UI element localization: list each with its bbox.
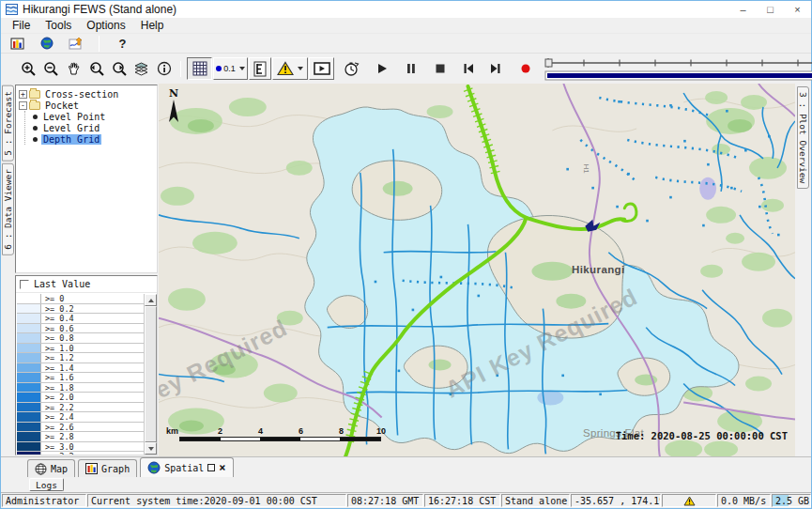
legend-color-swatch xyxy=(17,412,41,422)
timeseries-edit-button[interactable] xyxy=(65,32,86,54)
menu-help[interactable]: Help xyxy=(133,19,172,32)
tree-item-label: Cross-section xyxy=(43,89,120,100)
play-icon xyxy=(376,63,388,74)
timeline-slider[interactable] xyxy=(544,55,812,82)
minimize-button[interactable]: – xyxy=(729,1,757,18)
tab-plot-overview[interactable]: 3 : Plot Overview xyxy=(797,86,809,189)
stop-button[interactable] xyxy=(429,57,451,80)
legend-row-label: >= 3.2 xyxy=(41,452,144,455)
legend-row: >= 0.2 xyxy=(17,304,144,315)
legend-row: >= 0.4 xyxy=(17,314,144,324)
menu-file[interactable]: File xyxy=(5,19,38,32)
legend-color-swatch xyxy=(17,442,41,452)
last-value-checkbox[interactable] xyxy=(20,280,29,289)
tree-item-level-grid[interactable]: Level Grid xyxy=(29,122,155,133)
tab-forecast[interactable]: 5 : Forecast xyxy=(2,85,14,162)
record-button[interactable] xyxy=(514,57,536,80)
map-globe-icon xyxy=(35,463,47,475)
title-bar[interactable]: Hikurangi FEWS (Stand alone) – □ × xyxy=(1,1,811,18)
menu-options[interactable]: Options xyxy=(79,19,132,32)
pan-button[interactable] xyxy=(63,57,84,80)
legend-row-label: >= 1.8 xyxy=(41,383,144,393)
spatial-globe-icon xyxy=(147,461,161,474)
float-panel-icon[interactable] xyxy=(207,464,215,471)
threshold-value: 0.1 xyxy=(223,64,236,73)
status-system-time: Current system time:2020-09-01 00:00 CST xyxy=(87,494,346,507)
graph-bars-icon xyxy=(85,463,98,474)
pause-button[interactable] xyxy=(400,57,421,80)
scroll-up-icon[interactable] xyxy=(145,294,157,306)
legend-row: >= 2.8 xyxy=(17,432,144,442)
timer-button[interactable] xyxy=(341,57,362,80)
status-gmt-time: 08:27:18 GMT xyxy=(347,494,423,507)
expand-icon[interactable]: + xyxy=(19,90,27,99)
play-button[interactable] xyxy=(371,57,392,80)
profile-icon xyxy=(253,61,267,77)
status-local-time: 16:27:18 CST xyxy=(424,494,500,507)
legend-row: >= 0.6 xyxy=(17,324,144,334)
map-canvas[interactable]: N API Key Required API Key Required Hiku… xyxy=(159,84,795,456)
layers-button[interactable] xyxy=(130,57,152,80)
stop-icon xyxy=(436,64,445,73)
tree-item-pocket[interactable]: - Pocket xyxy=(18,100,155,111)
status-coordinates: -35.657 , 174.199 xyxy=(571,494,661,507)
database-display-button[interactable] xyxy=(7,32,28,54)
tab-map-label: Map xyxy=(51,464,68,474)
legend-scrollbar[interactable] xyxy=(144,294,157,455)
chevron-down-icon xyxy=(239,67,245,70)
scrollbar-thumb[interactable] xyxy=(145,306,157,442)
record-icon xyxy=(520,63,531,74)
zoom-in-button[interactable] xyxy=(18,57,39,80)
maximize-button[interactable]: □ xyxy=(757,1,784,18)
legend-color-swatch xyxy=(17,363,41,373)
legend-color-swatch xyxy=(17,423,41,432)
step-forward-button[interactable] xyxy=(484,57,506,80)
menu-tools[interactable]: Tools xyxy=(38,19,79,32)
legend-color-swatch xyxy=(17,432,41,441)
map-toolbar: 0.1 xyxy=(1,53,811,84)
longitudinal-profile-button[interactable] xyxy=(249,57,271,80)
legend-row-label: >= 0.8 xyxy=(41,333,144,343)
legend-row-label: >= 2.6 xyxy=(41,423,144,432)
spatial-display-button[interactable] xyxy=(36,32,57,54)
zoom-out-icon xyxy=(43,61,59,77)
animation-button[interactable] xyxy=(309,57,334,80)
legend-row: >= 0.8 xyxy=(17,333,144,344)
tab-data-viewer[interactable]: 6 : Data Viewer xyxy=(2,163,14,255)
tree-item-level-point[interactable]: Level Point xyxy=(29,111,155,122)
collapse-icon[interactable]: - xyxy=(19,101,27,110)
status-warning-cell[interactable] xyxy=(662,494,716,507)
tree-item-depth-grid[interactable]: Depth Grid xyxy=(29,133,155,145)
legend-color-swatch xyxy=(17,314,41,323)
threshold-dropdown-button[interactable]: 0.1 xyxy=(213,57,248,80)
legend-row-label: >= 1.2 xyxy=(41,353,144,362)
tab-spatial[interactable]: Spatial × xyxy=(140,457,233,477)
legend-row-label: >= 2.4 xyxy=(41,412,144,422)
tab-map[interactable]: Map xyxy=(27,459,75,477)
legend-color-swatch xyxy=(17,324,41,333)
node-bullet-icon xyxy=(33,126,38,131)
info-button[interactable] xyxy=(153,57,175,80)
step-backward-button[interactable] xyxy=(457,57,479,80)
zoom-out-button[interactable] xyxy=(40,57,62,80)
layer-tree[interactable]: + Cross-section - Pocket Level Point xyxy=(15,85,158,273)
zoom-previous-button[interactable] xyxy=(85,57,107,80)
zoom-previous-icon xyxy=(88,61,105,77)
grid-display-button[interactable] xyxy=(187,57,212,80)
grid-icon xyxy=(192,61,207,76)
scroll-down-icon[interactable] xyxy=(145,442,157,455)
zoom-next-button[interactable] xyxy=(108,57,130,80)
status-bar: Administrator Current system time:2020-0… xyxy=(1,492,811,508)
tree-item-cross-section[interactable]: + Cross-section xyxy=(18,88,155,100)
close-tab-icon[interactable]: × xyxy=(219,463,225,472)
logs-button[interactable]: Logs xyxy=(29,478,64,491)
help-button[interactable]: ? xyxy=(112,32,133,54)
warnings-dropdown-button[interactable] xyxy=(272,57,308,80)
close-button[interactable]: × xyxy=(784,1,811,18)
status-user: Administrator xyxy=(2,494,86,507)
tree-item-label: Level Grid xyxy=(41,123,101,133)
legend-row-label: >= 3.0 xyxy=(41,442,144,452)
tab-graph[interactable]: Graph xyxy=(78,459,137,477)
last-value-row[interactable]: Last Value xyxy=(16,276,157,293)
application-window: Hikurangi FEWS (Stand alone) – □ × File … xyxy=(0,0,812,509)
